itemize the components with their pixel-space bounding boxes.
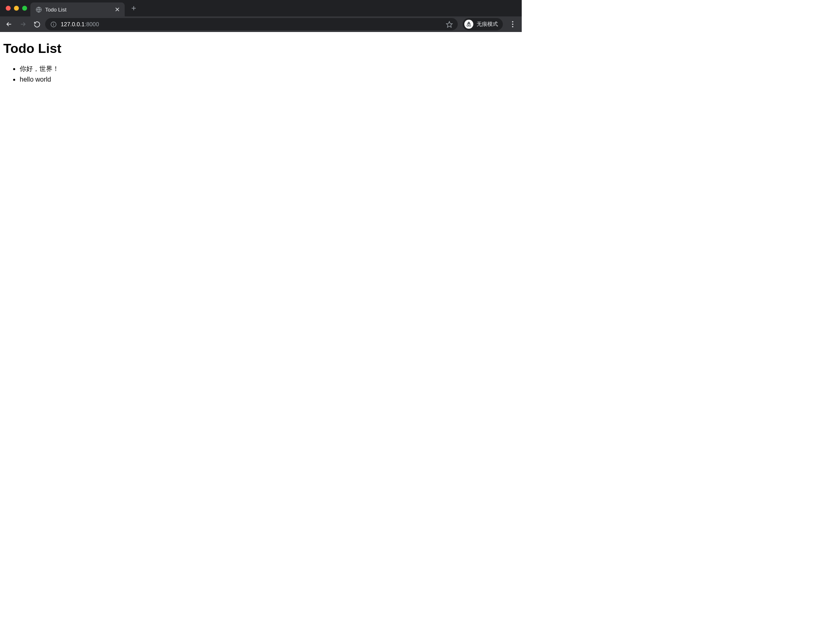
todo-list: 你好，世界！ hello world xyxy=(3,64,518,84)
url-port: :8000 xyxy=(84,21,99,27)
window-maximize-button[interactable] xyxy=(22,6,27,11)
page-title: Todo List xyxy=(3,41,518,56)
browser-toolbar: 127.0.0.1:8000 无痕模式 xyxy=(0,16,522,32)
list-item: hello world xyxy=(20,74,518,85)
incognito-icon xyxy=(464,20,473,29)
incognito-label: 无痕模式 xyxy=(477,21,498,28)
window-close-button[interactable] xyxy=(6,6,11,11)
url-host: 127.0.0.1 xyxy=(61,21,84,27)
browser-menu-button[interactable] xyxy=(507,18,518,30)
window-minimize-button[interactable] xyxy=(14,6,19,11)
svg-marker-4 xyxy=(446,21,452,27)
address-bar[interactable]: 127.0.0.1:8000 xyxy=(45,18,458,30)
svg-point-6 xyxy=(469,25,471,26)
url-text: 127.0.0.1:8000 xyxy=(61,21,441,27)
globe-icon xyxy=(35,6,42,13)
page-content: Todo List 你好，世界！ hello world xyxy=(0,32,522,88)
site-info-icon[interactable] xyxy=(50,21,57,27)
reload-button[interactable] xyxy=(31,18,43,30)
incognito-indicator[interactable]: 无痕模式 xyxy=(463,18,503,30)
svg-point-7 xyxy=(512,21,513,22)
svg-point-5 xyxy=(467,25,468,26)
browser-tab[interactable]: Todo List xyxy=(30,2,125,16)
close-icon[interactable] xyxy=(114,6,121,13)
forward-button[interactable] xyxy=(17,18,29,30)
bookmark-star-icon[interactable] xyxy=(445,21,453,28)
back-button[interactable] xyxy=(3,18,15,30)
tab-strip: Todo List xyxy=(0,0,522,16)
tab-title: Todo List xyxy=(45,7,111,13)
window-controls xyxy=(4,6,30,11)
new-tab-button[interactable] xyxy=(128,2,139,14)
svg-point-8 xyxy=(512,23,513,25)
list-item: 你好，世界！ xyxy=(20,64,518,74)
svg-point-3 xyxy=(53,23,53,23)
svg-point-9 xyxy=(512,26,513,27)
browser-chrome: Todo List xyxy=(0,0,522,32)
